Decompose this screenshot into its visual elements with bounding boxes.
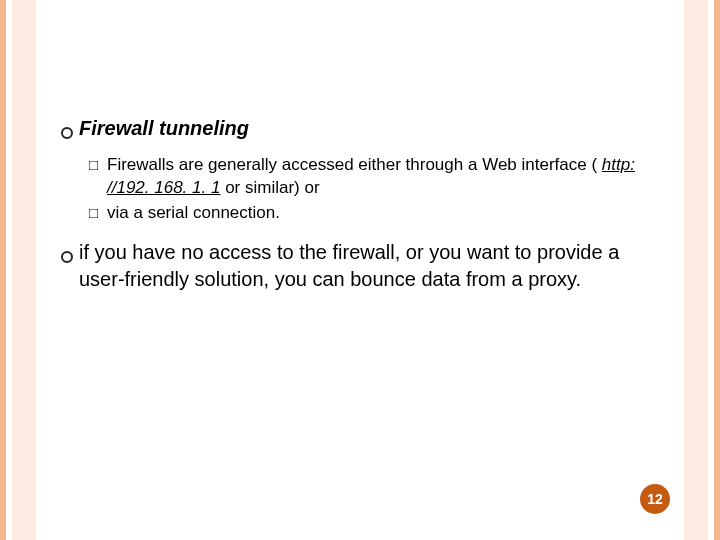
sub-text-post: or similar) or — [220, 178, 319, 197]
sub-text-pre: Firewalls are generally accessed either … — [107, 155, 602, 174]
bullet-proxy-bounce: if you have no access to the firewall, o… — [61, 239, 659, 293]
slide-content: Firewall tunneling □ Firewalls are gener… — [61, 115, 659, 293]
page-number-value: 12 — [647, 491, 663, 507]
bullet-body: if you have no access to the firewall, o… — [79, 239, 659, 293]
sub-text-pre: via a serial connection. — [107, 203, 280, 222]
sub-bullet-list: □ Firewalls are generally accessed eithe… — [89, 154, 659, 225]
square-bullet-icon: □ — [89, 202, 107, 223]
decor-stripe-left — [12, 0, 36, 540]
ring-bullet-icon — [61, 243, 79, 270]
bullet-firewall-tunneling: Firewall tunneling — [61, 115, 659, 146]
slide: Firewall tunneling □ Firewalls are gener… — [0, 0, 720, 540]
bullet-title: Firewall tunneling — [79, 117, 249, 139]
sub-bullet: □ via a serial connection. — [89, 202, 659, 225]
sub-bullet: □ Firewalls are generally accessed eithe… — [89, 154, 659, 200]
ring-bullet-icon — [61, 119, 79, 146]
sub-bullet-text: via a serial connection. — [107, 202, 659, 225]
decor-stripe-right — [684, 0, 708, 540]
sub-bullet-text: Firewalls are generally accessed either … — [107, 154, 659, 200]
page-number-badge: 12 — [640, 484, 670, 514]
square-bullet-icon: □ — [89, 154, 107, 175]
